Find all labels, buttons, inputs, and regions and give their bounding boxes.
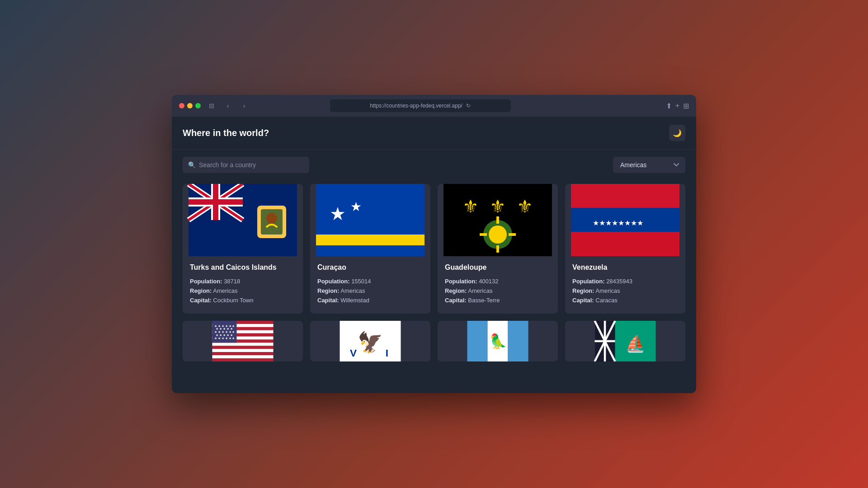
capital-guadeloupe: Capital: Basse-Terre — [445, 297, 551, 304]
back-button[interactable]: ‹ — [222, 100, 233, 111]
svg-text:⚜: ⚜ — [490, 197, 506, 216]
population-venezuela: Population: 28435943 — [572, 278, 678, 285]
forward-button[interactable]: › — [239, 100, 250, 111]
country-card-curacao[interactable]: ★ ★ Curaçao Population: 155014 Region: A… — [310, 184, 430, 314]
maximize-button[interactable] — [195, 103, 201, 108]
population-curacao: Population: 155014 — [317, 278, 423, 285]
country-name-guadeloupe: Guadeloupe — [445, 263, 551, 272]
country-name-curacao: Curaçao — [317, 263, 423, 272]
capital-curacao: Capital: Willemstad — [317, 297, 423, 304]
app-content: Where in the world? 🌙 🔍 Filter by Region… — [172, 117, 696, 393]
svg-rect-57 — [508, 321, 528, 361]
region-filter-select[interactable]: Filter by RegionAfricaAmericasAsiaEurope… — [613, 157, 685, 173]
svg-point-12 — [266, 213, 277, 224]
country-name-venezuela: Venezuela — [572, 263, 678, 272]
svg-text:I: I — [386, 347, 388, 359]
svg-text:⚜: ⚜ — [462, 197, 479, 216]
svg-text:★: ★ — [350, 200, 362, 214]
flag-venezuela: ★★★★★★★★ — [565, 184, 685, 256]
svg-rect-30 — [571, 232, 679, 256]
grid-view-button[interactable]: ⊞ — [683, 102, 689, 110]
svg-rect-41 — [212, 349, 274, 352]
svg-text:★ ★ ★ ★ ★ ★: ★ ★ ★ ★ ★ ★ — [214, 337, 235, 340]
svg-rect-9 — [189, 199, 243, 205]
svg-text:⛵: ⛵ — [625, 334, 646, 353]
svg-rect-64 — [595, 340, 615, 343]
capital-turks: Capital: Cockburn Town — [190, 297, 296, 304]
country-name-turks: Turks and Caicos Islands — [190, 263, 296, 272]
close-button[interactable] — [179, 103, 184, 108]
svg-text:⚜: ⚜ — [517, 197, 533, 216]
region-guadeloupe: Region: Americas — [445, 287, 551, 294]
flag-guadeloupe: ⚜ ⚜ ⚜ — [438, 184, 558, 256]
theme-toggle-button[interactable]: 🌙 — [669, 125, 685, 141]
search-input[interactable] — [183, 157, 309, 173]
app-header: Where in the world? 🌙 — [172, 117, 696, 150]
card-body-turks: Turks and Caicos Islands Population: 387… — [183, 256, 303, 314]
search-wrapper: 🔍 — [183, 157, 309, 173]
svg-rect-39 — [212, 343, 274, 346]
card-body-venezuela: Venezuela Population: 28435943 Region: A… — [565, 256, 685, 314]
population-guadeloupe: Population: 400132 — [445, 278, 551, 285]
svg-rect-55 — [467, 321, 488, 361]
country-card-guatemala[interactable]: 🦜 — [438, 321, 558, 361]
country-grid: Turks and Caicos Islands Population: 387… — [172, 180, 696, 393]
sidebar-toggle-button[interactable]: ⊟ — [206, 100, 217, 111]
minimize-button[interactable] — [187, 103, 193, 108]
svg-text:★: ★ — [330, 204, 346, 224]
country-card-usa[interactable]: ★ ★ ★ ★ ★ ★ ★ ★ ★ ★ ★ ★ ★ ★ ★ ★ ★ ★ ★ ★ … — [183, 321, 303, 361]
svg-point-22 — [489, 225, 507, 244]
page-title: Where in the world? — [183, 128, 269, 138]
country-card-usvi[interactable]: 🦅 V I — [310, 321, 430, 361]
browser-actions: ⬆ + ⊞ — [666, 102, 689, 110]
svg-text:🦜: 🦜 — [489, 333, 507, 350]
browser-chrome: ⊟ ‹ › https://countries-app-fedeq.vercel… — [172, 95, 696, 117]
svg-rect-43 — [212, 355, 274, 358]
url-text: https://countries-app-fedeq.vercel.app/ — [370, 103, 462, 109]
region-turks: Region: Americas — [190, 287, 296, 294]
svg-text:★★★★★★★★: ★★★★★★★★ — [593, 219, 643, 227]
svg-rect-28 — [571, 184, 679, 208]
country-card-venezuela[interactable]: ★★★★★★★★ Venezuela Population: 28435943 … — [565, 184, 685, 314]
browser-window: ⊟ ‹ › https://countries-app-fedeq.vercel… — [172, 95, 696, 393]
reload-button[interactable]: ↻ — [466, 103, 471, 109]
card-body-curacao: Curaçao Population: 155014 Region: Ameri… — [310, 256, 430, 314]
population-turks: Population: 38718 — [190, 278, 296, 285]
traffic-lights — [179, 103, 201, 108]
country-card-guadeloupe[interactable]: ⚜ ⚜ ⚜ Guadeloupe — [438, 184, 558, 314]
flag-usvi: 🦅 V I — [310, 321, 430, 361]
new-tab-button[interactable]: + — [675, 102, 679, 110]
svg-rect-14 — [316, 235, 425, 245]
country-card-spm[interactable]: ⛵ — [565, 321, 685, 361]
svg-rect-40 — [212, 346, 274, 349]
svg-rect-42 — [212, 352, 274, 355]
flag-turks — [183, 184, 303, 256]
capital-venezuela: Capital: Caracas — [572, 297, 678, 304]
address-bar[interactable]: https://countries-app-fedeq.vercel.app/ … — [330, 99, 511, 112]
flag-curacao: ★ ★ — [310, 184, 430, 256]
svg-text:V: V — [350, 347, 357, 359]
share-button[interactable]: ⬆ — [666, 102, 672, 110]
controls-bar: 🔍 Filter by RegionAfricaAmericasAsiaEuro… — [172, 150, 696, 180]
region-venezuela: Region: Americas — [572, 287, 678, 294]
svg-text:🦅: 🦅 — [358, 330, 383, 355]
card-body-guadeloupe: Guadeloupe Population: 400132 Region: Am… — [438, 256, 558, 314]
flag-guatemala: 🦜 — [438, 321, 558, 361]
flag-usa: ★ ★ ★ ★ ★ ★ ★ ★ ★ ★ ★ ★ ★ ★ ★ ★ ★ ★ ★ ★ … — [183, 321, 303, 361]
svg-rect-44 — [212, 358, 274, 361]
flag-spm: ⛵ — [565, 321, 685, 361]
country-card-turks[interactable]: Turks and Caicos Islands Population: 387… — [183, 184, 303, 314]
region-curacao: Region: Americas — [317, 287, 423, 294]
